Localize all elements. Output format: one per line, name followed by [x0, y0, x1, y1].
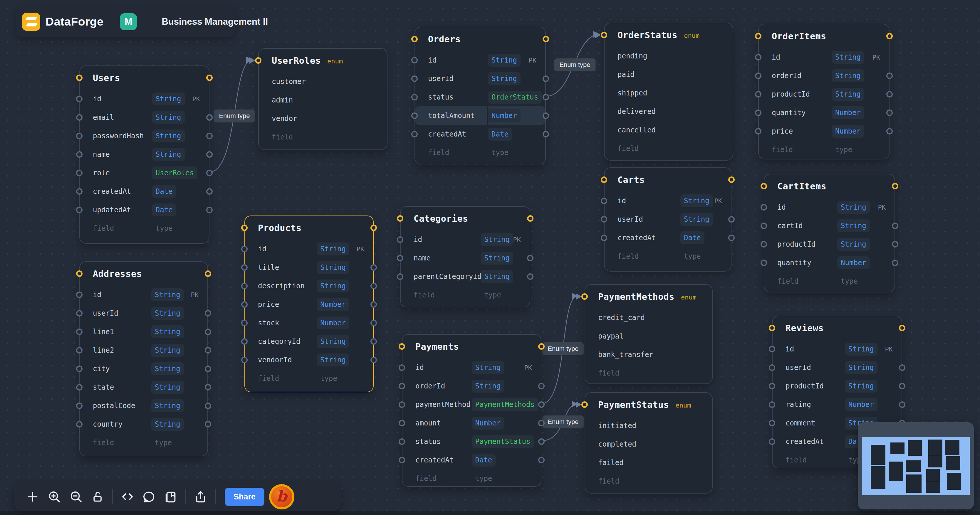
field-row[interactable]: idStringPK	[764, 198, 894, 216]
enum-value-row[interactable]: vendor	[259, 109, 387, 128]
field-handle-left[interactable]	[411, 94, 418, 100]
node-title-row[interactable]: PaymentStatusenum	[585, 393, 712, 416]
field-handle-left[interactable]	[397, 255, 403, 261]
field-row[interactable]: idStringPK	[80, 285, 207, 304]
field-handle-left[interactable]	[769, 383, 775, 389]
add-button[interactable]	[22, 486, 43, 508]
node-handle-right[interactable]	[527, 215, 533, 222]
enum-value-row[interactable]: bank_transfer	[585, 345, 712, 364]
node-handle-right[interactable]	[205, 270, 211, 277]
placeholder-row[interactable]: fieldtype	[415, 143, 545, 162]
field-handle-right[interactable]	[542, 75, 549, 82]
table-node-users[interactable]: UsersidStringPKemailStringpasswordHashSt…	[79, 65, 210, 244]
field-handle-right[interactable]	[206, 207, 213, 213]
field-row[interactable]: quantityNumber	[759, 103, 889, 122]
field-row[interactable]: priceNumber	[245, 295, 373, 313]
field-row[interactable]: orderIdString	[402, 377, 541, 395]
placeholder-row[interactable]: fieldtype	[402, 469, 541, 488]
field-handle-right[interactable]	[205, 347, 211, 353]
field-row[interactable]: amountNumber	[402, 414, 541, 432]
field-handle-right[interactable]	[538, 439, 545, 445]
field-row[interactable]: idStringPK	[245, 240, 373, 258]
field-handle-left[interactable]	[399, 420, 405, 426]
field-row[interactable]: statusOrderStatus	[415, 88, 545, 106]
field-handle-left[interactable]	[76, 366, 83, 372]
field-row[interactable]: idStringPK	[415, 51, 545, 69]
field-handle-right[interactable]	[899, 383, 905, 389]
field-handle-right[interactable]	[899, 401, 905, 408]
field-handle-right[interactable]	[538, 383, 545, 389]
enum-value-row[interactable]: paid	[605, 65, 733, 84]
field-handle-left[interactable]	[241, 338, 248, 345]
field-handle-left[interactable]	[76, 96, 83, 102]
node-handle-left[interactable]	[255, 57, 261, 64]
enum-value-row[interactable]: shipped	[605, 84, 733, 102]
field-row[interactable]: idStringPK	[401, 230, 530, 249]
node-handle-left[interactable]	[241, 225, 248, 231]
comments-button[interactable]	[138, 486, 160, 508]
field-row[interactable]: quantityNumber	[764, 253, 894, 272]
share-button[interactable]: Share	[225, 488, 264, 506]
field-handle-right[interactable]	[205, 310, 211, 316]
field-row[interactable]: productIdString	[759, 85, 889, 103]
code-view-button[interactable]	[117, 486, 138, 508]
field-handle-right[interactable]	[538, 420, 545, 426]
table-node-payments[interactable]: PaymentsidStringPKorderIdStringpaymentMe…	[402, 334, 541, 487]
field-handle-left[interactable]	[399, 439, 405, 445]
field-handle-right[interactable]	[542, 94, 549, 100]
node-title-row[interactable]: Orders	[415, 27, 545, 51]
field-handle-right[interactable]	[205, 421, 211, 428]
placeholder-row[interactable]: fieldtype	[759, 140, 889, 159]
field-row[interactable]: createdAtDate	[402, 451, 541, 469]
table-node-orders[interactable]: OrdersidStringPKuserIdStringstatusOrderS…	[415, 27, 546, 164]
field-handle-left[interactable]	[76, 329, 83, 335]
field-handle-left[interactable]	[399, 457, 405, 463]
enum-value-row[interactable]: pending	[605, 47, 733, 65]
field-handle-right[interactable]	[886, 128, 893, 135]
field-handle-left[interactable]	[241, 320, 248, 326]
field-handle-left[interactable]	[76, 170, 83, 176]
field-handle-left[interactable]	[241, 246, 248, 252]
table-node-carts[interactable]: CartsidStringPKuserIdStringcreatedAtDate…	[604, 167, 732, 272]
field-handle-left[interactable]	[769, 401, 775, 408]
field-handle-left[interactable]	[397, 236, 403, 243]
field-handle-left[interactable]	[399, 383, 405, 389]
field-handle-left[interactable]	[755, 128, 761, 135]
field-handle-left[interactable]	[76, 207, 83, 213]
field-handle-right[interactable]	[206, 151, 213, 158]
minimap[interactable]	[858, 422, 974, 509]
placeholder-row[interactable]: fieldtype	[401, 286, 530, 304]
field-row[interactable]: totalAmountNumber	[415, 106, 545, 125]
node-title-row[interactable]: PaymentMethodsenum	[585, 285, 712, 308]
placeholder-row[interactable]: field	[605, 139, 733, 158]
field-handle-right[interactable]	[892, 223, 898, 229]
field-handle-right[interactable]	[205, 329, 211, 335]
node-handle-right[interactable]	[371, 225, 377, 231]
workspace-avatar[interactable]: M	[120, 13, 137, 30]
field-handle-right[interactable]	[371, 320, 377, 326]
table-node-categories[interactable]: CategoriesidStringPKnameStringparentCate…	[400, 206, 530, 307]
node-title-row[interactable]: Categories	[401, 207, 530, 230]
field-row[interactable]: idStringPK	[80, 89, 209, 108]
field-handle-left[interactable]	[411, 131, 418, 137]
lock-button[interactable]	[87, 486, 109, 508]
field-row[interactable]: createdAtDate	[605, 229, 731, 247]
placeholder-row[interactable]: field	[259, 128, 387, 146]
node-title-row[interactable]: Addresses	[80, 262, 207, 285]
field-handle-right[interactable]	[542, 131, 549, 137]
field-handle-right[interactable]	[205, 366, 211, 372]
placeholder-row[interactable]: fieldtype	[80, 219, 209, 238]
field-row[interactable]: idStringPK	[759, 48, 889, 66]
enum-value-row[interactable]: cancelled	[605, 121, 733, 139]
field-handle-left[interactable]	[76, 292, 83, 298]
field-handle-left[interactable]	[769, 420, 775, 426]
field-row[interactable]: ratingNumber	[773, 395, 902, 414]
field-row[interactable]: productIdString	[764, 235, 894, 253]
field-handle-left[interactable]	[769, 364, 775, 371]
field-handle-left[interactable]	[76, 151, 83, 158]
field-handle-left[interactable]	[241, 283, 248, 289]
enum-value-row[interactable]: admin	[259, 91, 387, 109]
field-handle-left[interactable]	[76, 188, 83, 195]
enum-value-row[interactable]: paypal	[585, 327, 712, 345]
field-handle-left[interactable]	[76, 402, 83, 409]
